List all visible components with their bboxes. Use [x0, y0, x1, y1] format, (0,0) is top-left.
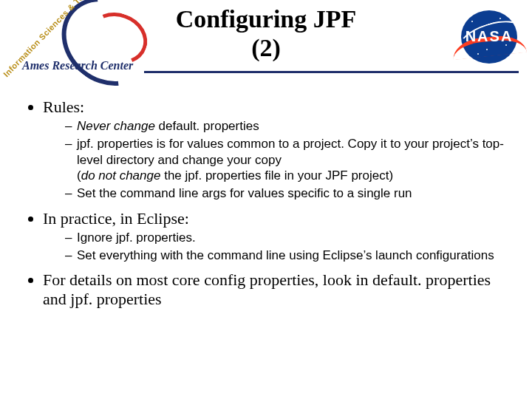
bullet-list: Rules: Never change default. properties …	[22, 98, 510, 309]
rule-jpf-properties: jpf. properties is for values common to …	[65, 136, 510, 184]
rule-paren-italic: do not change	[81, 168, 161, 183]
title-line-2: (2)	[251, 34, 281, 61]
rule-never-change-rest: default. properties	[155, 119, 259, 133]
rule-jpf-properties-text: jpf. properties is for values common to …	[77, 137, 504, 167]
rule-paren-rest: the jpf. properties file in your JPF pro…	[160, 168, 393, 183]
practice-ignore: Ignore jpf. properties.	[65, 230, 510, 246]
rule-never-change: Never change default. properties	[65, 118, 510, 134]
slide-title: Configuring JPF (2)	[0, 4, 532, 62]
rule-cmdline: Set the command line args for values spe…	[65, 185, 510, 202]
practice-sublist: Ignore jpf. properties. Set everything w…	[43, 230, 510, 264]
title-line-1: Configuring JPF	[176, 5, 357, 33]
slide-header: Ames Research Center Information Science…	[0, 0, 532, 78]
rules-sublist: Never change default. properties jpf. pr…	[43, 118, 510, 202]
slide: Ames Research Center Information Science…	[0, 0, 532, 399]
slide-content: Rules: Never change default. properties …	[22, 98, 510, 310]
nasa-logo: NASA	[457, 10, 522, 64]
bullet-practice-label: In practice, in Eclipse:	[43, 209, 189, 228]
bullet-rules-label: Rules:	[43, 98, 84, 116]
rule-never-change-italic: Never change	[77, 119, 155, 133]
bullet-details: For details on most core config properti…	[43, 270, 510, 309]
bullet-practice: In practice, in Eclipse: Ignore jpf. pro…	[43, 209, 510, 264]
practice-cmdline: Set everything with the command line usi…	[65, 248, 510, 264]
nasa-wordmark: NASA	[457, 28, 522, 45]
header-rule	[144, 71, 519, 73]
bullet-rules: Rules: Never change default. properties …	[43, 98, 510, 202]
